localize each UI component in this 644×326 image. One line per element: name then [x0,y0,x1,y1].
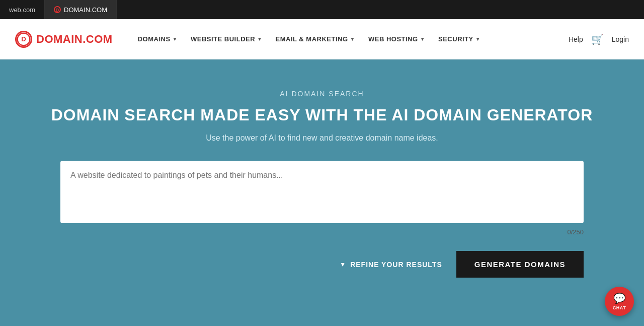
top-bar-item-domaincom[interactable]: D DOMAIN.COM [45,0,117,19]
chat-bubble[interactable]: 💬 CHAT [605,287,634,316]
nav-link-security[interactable]: SECURITY ▼ [433,32,486,46]
main-nav: D DOMAIN.COM DOMAINS ▼ WEBSITE BUILDER ▼… [0,19,644,59]
login-link[interactable]: Login [612,35,629,43]
hero-section: AI DOMAIN SEARCH DOMAIN SEARCH MADE EASY… [0,59,644,326]
website-builder-chevron-icon: ▼ [257,36,262,42]
domaincom-label: DOMAIN.COM [64,6,107,14]
chat-icon: 💬 [613,292,626,304]
logo-icon: D [15,31,32,48]
email-marketing-chevron-icon: ▼ [350,36,355,42]
cart-icon[interactable]: 🛒 [591,33,604,45]
refine-label: REFINE YOUR RESULTS [350,260,442,269]
domain-favicon: D [54,6,61,13]
logo-text: DOMAIN.COM [36,33,113,46]
top-bar: web.com D DOMAIN.COM [0,0,644,19]
top-bar-item-webcom[interactable]: web.com [0,0,45,19]
nav-links: DOMAINS ▼ WEBSITE BUILDER ▼ EMAIL & MARK… [133,32,569,46]
svg-text:D: D [56,8,59,13]
chat-label: CHAT [613,305,626,310]
hero-description: Use the power of AI to find new and crea… [206,134,438,143]
hero-subtitle: AI DOMAIN SEARCH [280,90,364,98]
nav-link-email-marketing[interactable]: EMAIL & MARKETING ▼ [271,32,360,46]
char-count: 0/250 [60,228,584,236]
nav-link-web-hosting[interactable]: WEB HOSTING ▼ [363,32,430,46]
web-hosting-chevron-icon: ▼ [420,36,425,42]
svg-text:D: D [21,35,26,43]
generate-button[interactable]: GENERATE DOMAINS [456,251,584,278]
help-link[interactable]: Help [569,35,583,43]
nav-link-website-builder[interactable]: WEBSITE BUILDER ▼ [186,32,268,46]
search-box [60,161,584,223]
refine-button[interactable]: ▼ REFINE YOUR RESULTS [326,252,456,277]
security-chevron-icon: ▼ [475,36,480,42]
action-row: ▼ REFINE YOUR RESULTS GENERATE DOMAINS [60,251,584,278]
webcom-label: web.com [9,6,35,14]
logo[interactable]: D DOMAIN.COM [15,31,113,48]
domain-search-input[interactable] [70,171,574,211]
nav-link-domains[interactable]: DOMAINS ▼ [133,32,183,46]
domains-chevron-icon: ▼ [173,36,178,42]
hero-title: DOMAIN SEARCH MADE EASY WITH THE AI DOMA… [51,106,593,124]
nav-actions: Help 🛒 Login [569,33,629,45]
chevron-down-icon: ▼ [340,261,346,268]
